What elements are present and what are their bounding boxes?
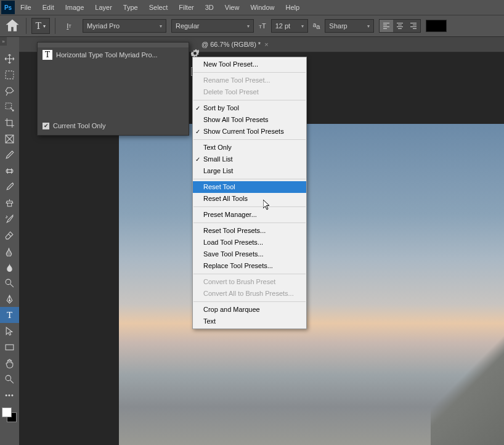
divider	[26, 18, 26, 34]
foreground-color[interactable]	[2, 407, 12, 417]
text-align-group	[379, 19, 421, 33]
blur-tool[interactable]	[0, 259, 19, 275]
tool-preset-picker[interactable]: T	[31, 18, 50, 34]
menu-text-presets[interactable]: Text	[193, 316, 306, 327]
menu-select[interactable]: Select	[144, 0, 174, 15]
lasso-tool[interactable]	[0, 83, 19, 99]
menu-bar: Ps File Edit Image Layer Type Select Fil…	[0, 0, 504, 15]
preset-label: Horizontal Type Tool Myriad Pro...	[56, 51, 158, 59]
menu-window[interactable]: Window	[245, 0, 280, 15]
dodge-tool[interactable]	[0, 275, 19, 291]
tool-preset-panel: T Horizontal Type Tool Myriad Pro... ✔ C…	[37, 42, 189, 136]
menu-sort-by-tool[interactable]: Sort by Tool	[193, 102, 306, 114]
panel-grip[interactable]	[38, 43, 189, 47]
align-left-button[interactable]	[380, 20, 393, 32]
history-brush-tool[interactable]	[0, 211, 19, 227]
separator	[193, 206, 306, 207]
frame-tool[interactable]	[0, 131, 19, 147]
zoom-tool[interactable]	[0, 371, 19, 387]
menu-reset-all-tools[interactable]: Reset All Tools	[193, 193, 306, 205]
move-tool[interactable]	[0, 51, 19, 67]
menu-show-all-presets[interactable]: Show All Tool Presets	[193, 114, 306, 126]
menu-reset-tool[interactable]: Reset Tool	[193, 181, 306, 193]
healing-brush-tool[interactable]	[0, 163, 19, 179]
separator	[193, 301, 306, 302]
eyedropper-tool[interactable]	[0, 147, 19, 163]
hand-tool[interactable]	[0, 355, 19, 371]
menu-reset-tool-presets[interactable]: Reset Tool Presets...	[193, 225, 306, 237]
home-icon[interactable]	[4, 17, 21, 35]
type-tool[interactable]: T	[0, 307, 19, 323]
align-right-button[interactable]	[407, 20, 420, 32]
separator	[193, 72, 306, 73]
rectangle-tool[interactable]	[0, 339, 19, 355]
menu-type[interactable]: Type	[118, 0, 144, 15]
separator	[193, 179, 306, 179]
text-color-swatch[interactable]	[426, 20, 447, 32]
eraser-tool[interactable]	[0, 227, 19, 243]
document-tab[interactable]: @ 66.7% (RGB/8) * ×	[197, 41, 274, 48]
quick-select-tool[interactable]	[0, 99, 19, 115]
font-family-select[interactable]: Myriad Pro▾	[83, 19, 166, 33]
app-logo[interactable]: Ps	[1, 1, 15, 14]
svg-rect-0	[6, 71, 14, 79]
menu-edit[interactable]: Edit	[37, 0, 60, 15]
menu-load-tool-presets[interactable]: Load Tool Presets...	[193, 237, 306, 248]
menu-view[interactable]: View	[219, 0, 245, 15]
current-tool-only-label: Current Tool Only	[53, 122, 105, 129]
separator	[193, 274, 306, 274]
brush-tool[interactable]	[0, 179, 19, 195]
svg-point-7	[6, 375, 11, 381]
divider	[55, 18, 55, 34]
menu-filter[interactable]: Filter	[173, 0, 199, 15]
font-style-select[interactable]: Regular▾	[171, 19, 254, 33]
separator	[193, 139, 306, 140]
menu-crop-and-marquee[interactable]: Crop and Marquee	[193, 304, 306, 316]
antialias-select[interactable]: Sharp▾	[325, 19, 374, 33]
marquee-tool[interactable]	[0, 67, 19, 83]
menu-preset-manager[interactable]: Preset Manager...	[193, 209, 306, 221]
edit-toolbar-button[interactable]: •••	[0, 387, 19, 403]
toolbox: T •••	[0, 49, 19, 425]
options-bar: T IT Myriad Pro▾ Regular▾ TT 12 pt▾ aa S…	[0, 15, 504, 37]
preset-list-body[interactable]	[38, 62, 189, 119]
menu-text-only[interactable]: Text Only	[193, 142, 306, 153]
clone-stamp-tool[interactable]	[0, 195, 19, 211]
antialias-icon: aa	[313, 22, 320, 30]
preset-footer: ✔ Current Tool Only	[38, 119, 189, 133]
text-orientation-toggle[interactable]: IT	[60, 17, 78, 35]
align-center-button[interactable]	[393, 20, 407, 32]
document-title: @ 66.7% (RGB/8) *	[201, 41, 261, 48]
svg-point-5	[9, 300, 10, 301]
separator	[193, 222, 306, 223]
pen-tool[interactable]	[0, 291, 19, 307]
expand-strip-icon[interactable]: »	[0, 37, 7, 46]
preset-list-item[interactable]: T Horizontal Type Tool Myriad Pro...	[38, 47, 189, 62]
menu-small-list[interactable]: Small List	[193, 153, 306, 165]
menu-file[interactable]: File	[15, 0, 37, 15]
menu-convert-all-brush-presets: Convert All to Brush Presets...	[193, 288, 306, 300]
menu-large-list[interactable]: Large List	[193, 165, 306, 177]
menu-image[interactable]: Image	[60, 0, 90, 15]
menu-delete-tool-preset: Delete Tool Preset	[193, 86, 306, 98]
menu-rename-tool-preset: Rename Tool Preset...	[193, 75, 306, 86]
close-tab-icon[interactable]: ×	[264, 41, 268, 48]
menu-layer[interactable]: Layer	[89, 0, 118, 15]
preset-context-menu: New Tool Preset... Rename Tool Preset...…	[192, 57, 307, 329]
type-preset-icon: T	[43, 50, 52, 60]
menu-help[interactable]: Help	[280, 0, 306, 15]
menu-save-tool-presets[interactable]: Save Tool Presets...	[193, 248, 306, 260]
menu-new-tool-preset[interactable]: New Tool Preset...	[193, 59, 306, 70]
current-tool-only-checkbox[interactable]: ✔	[43, 123, 49, 129]
menu-show-current-presets[interactable]: Show Current Tool Presets	[193, 126, 306, 137]
svg-point-4	[6, 279, 11, 285]
menu-replace-tool-presets[interactable]: Replace Tool Presets...	[193, 260, 306, 272]
image-content	[431, 335, 504, 445]
document-canvas[interactable]	[119, 124, 504, 445]
path-select-tool[interactable]	[0, 323, 19, 339]
menu-3d[interactable]: 3D	[200, 0, 219, 15]
crop-tool[interactable]	[0, 115, 19, 131]
color-swatches[interactable]	[0, 406, 19, 425]
gradient-tool[interactable]	[0, 243, 19, 259]
font-size-select[interactable]: 12 pt▾	[271, 19, 308, 33]
